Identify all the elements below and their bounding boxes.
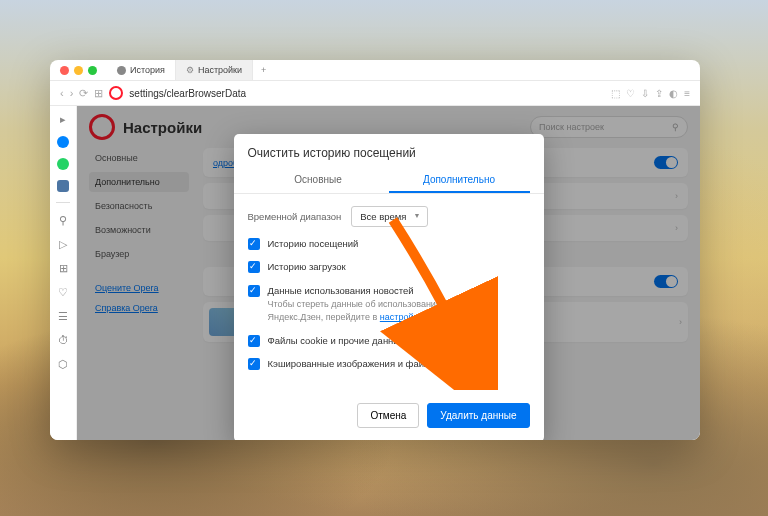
checkbox-row[interactable]: Историю посещений: [248, 237, 530, 250]
clear-data-dialog: Очистить историю посещений Основные Допо…: [234, 134, 544, 440]
delete-data-button[interactable]: Удалить данные: [427, 403, 529, 428]
checkbox[interactable]: [248, 261, 260, 273]
share-icon[interactable]: ⇪: [655, 88, 663, 99]
reload-button[interactable]: ⟳: [79, 87, 88, 100]
extensions-icon[interactable]: ⬡: [56, 357, 70, 371]
checkbox-row[interactable]: Кэшированные изображения и файлы: [248, 357, 530, 370]
back-button[interactable]: ‹: [60, 87, 64, 99]
tab-settings[interactable]: ⚙ Настройки: [176, 60, 253, 80]
opera-icon: [109, 86, 123, 100]
search-icon[interactable]: ⚲: [56, 213, 70, 227]
tab-history[interactable]: История: [107, 60, 176, 80]
toggle-icon[interactable]: ◐: [669, 88, 678, 99]
new-tab-button[interactable]: +: [253, 65, 274, 75]
checkbox-row[interactable]: Историю загрузок: [248, 260, 530, 273]
checkbox-label: Историю загрузок: [268, 260, 346, 273]
browser-window: История ⚙ Настройки + ‹ › ⟳ ⊞ settings/c…: [50, 60, 700, 440]
globe-icon: [117, 66, 126, 75]
checkbox-label: Данные использования новостей: [268, 284, 530, 297]
checkbox[interactable]: [248, 335, 260, 347]
vk-icon[interactable]: [57, 180, 69, 192]
history-icon[interactable]: ⏱: [56, 333, 70, 347]
dialog-title: Очистить историю посещений: [234, 134, 544, 168]
cancel-button[interactable]: Отмена: [357, 403, 419, 428]
bookmarks-icon[interactable]: ♡: [56, 285, 70, 299]
gear-icon: ⚙: [186, 65, 194, 75]
camera-icon[interactable]: ⬚: [611, 88, 620, 99]
checkbox[interactable]: [248, 238, 260, 250]
menu-icon[interactable]: ≡: [684, 88, 690, 99]
play-icon[interactable]: ▷: [56, 237, 70, 251]
checkbox-label: Кэшированные изображения и файлы: [268, 357, 437, 370]
messenger-icon[interactable]: [57, 136, 69, 148]
heart-icon[interactable]: ♡: [626, 88, 635, 99]
sidebar: ▸ ⚲ ▷ ⊞ ♡ ☰ ⏱ ⬡: [50, 106, 77, 440]
news-icon[interactable]: ☰: [56, 309, 70, 323]
speed-dial-icon[interactable]: ⊞: [56, 261, 70, 275]
forward-button[interactable]: ›: [70, 87, 74, 99]
tab-label: История: [130, 65, 165, 75]
maximize-window-button[interactable]: [88, 66, 97, 75]
modal-overlay: Очистить историю посещений Основные Допо…: [77, 106, 700, 440]
time-range-label: Временной диапазон: [248, 211, 342, 222]
grid-icon[interactable]: ⊞: [94, 87, 103, 100]
tab-label: Настройки: [198, 65, 242, 75]
checkbox-label: Файлы cookie и прочие данные сайтов: [268, 334, 439, 347]
titlebar: История ⚙ Настройки +: [50, 60, 700, 81]
time-range-select[interactable]: Все время: [351, 206, 427, 227]
address-bar: ‹ › ⟳ ⊞ settings/clearBrowserData ⬚ ♡ ⇩ …: [50, 81, 700, 106]
close-window-button[interactable]: [60, 66, 69, 75]
whatsapp-icon[interactable]: [57, 158, 69, 170]
yandex-settings-link[interactable]: настройки Яндекс.Дзен: [380, 312, 478, 322]
dialog-tab-basic[interactable]: Основные: [248, 168, 389, 193]
dialog-tab-advanced[interactable]: Дополнительно: [389, 168, 530, 193]
checkbox[interactable]: [248, 285, 260, 297]
checkbox[interactable]: [248, 358, 260, 370]
checkbox-row[interactable]: Данные использования новостей Чтобы стер…: [248, 284, 530, 324]
download-icon[interactable]: ⇩: [641, 88, 649, 99]
minimize-window-button[interactable]: [74, 66, 83, 75]
url-field[interactable]: settings/clearBrowserData: [129, 88, 605, 99]
checkbox-row[interactable]: Файлы cookie и прочие данные сайтов: [248, 334, 530, 347]
checkbox-label: Историю посещений: [268, 237, 359, 250]
page-content: Настройки Поиск настроек ⚲ Основные Допо…: [77, 106, 700, 440]
expand-icon[interactable]: ▸: [56, 112, 70, 126]
traffic-lights: [60, 66, 97, 75]
